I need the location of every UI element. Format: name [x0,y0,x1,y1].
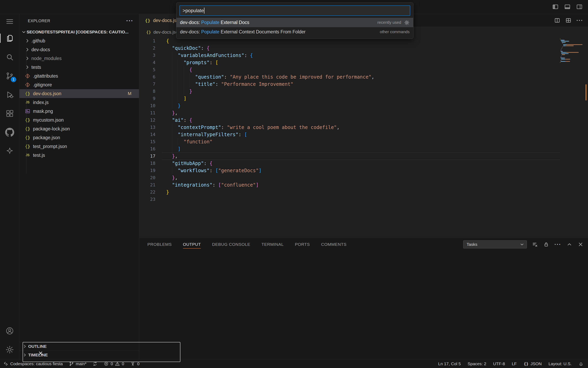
explorer-item-.gitattributes[interactable]: .gitattributes [19,72,139,80]
status-indentation[interactable]: Spaces: 2 [468,361,486,366]
explorer-root-folder[interactable]: SECONDTESTSPRITEAI [CODESPACES: CAUTIO..… [19,28,139,37]
close-panel-icon[interactable] [578,241,584,247]
indent-guide [172,66,172,74]
code-line-18[interactable]: "gitHubApp": { [162,160,560,167]
activity-bar-source-control-button[interactable]: 1 [0,66,19,85]
toggle-panel-icon[interactable] [564,3,571,10]
panel-tab-problems[interactable]: PROBLEMS [147,238,172,251]
outline-section-header[interactable]: OUTLINE [19,342,139,351]
status-encoding[interactable]: UTF-8 [493,361,505,366]
vscode-window: 1 EXPLORER ··· SECONDTESTSPRITEAI [CODES… [0,0,588,368]
status-keyboard-layout[interactable]: Layout: U.S. [548,361,572,366]
status-remote-indicator[interactable]: Codespaces: cautious fiesta [3,361,63,366]
palette-item-1[interactable]: dev-docs: Populate External Docsrecently… [176,18,413,27]
explorer-item-node-modules[interactable]: node_modules [19,54,139,63]
editor-layout-icon[interactable] [565,17,572,24]
code-line-5[interactable]: { [162,66,560,74]
git-file-icon [25,73,31,79]
activity-bar-github-button[interactable] [0,123,19,142]
activity-bar-extensions-button[interactable] [0,104,19,123]
code-line-22[interactable]: } [162,189,560,196]
panel-tab-debug-console[interactable]: DEBUG CONSOLE [212,238,250,251]
panel-tab-terminal[interactable]: TERMINAL [261,238,284,251]
maximize-panel-icon[interactable] [566,241,572,247]
file-label: test.js [33,153,45,158]
code-line-20[interactable]: }, [162,174,560,181]
panel-tab-output[interactable]: OUTPUT [183,238,201,251]
code-line-17[interactable]: }, [162,153,560,160]
activity-bar-accounts-button[interactable] [0,323,19,339]
minimap[interactable] [560,37,584,238]
line-number: 21 [139,181,162,189]
chevron-right-icon [22,352,28,358]
status-sync-button[interactable] [92,361,98,366]
code-line-7[interactable]: "title": "Performance Improvement" [162,81,560,88]
panel-tab-comments[interactable]: COMMENTS [321,238,346,251]
account-icon [5,326,14,335]
editor-more-actions-icon[interactable]: ··· [576,17,583,24]
activity-bar-settings-button[interactable] [0,342,19,358]
chevronRight-icon [25,47,30,52]
activity-bar-search-button[interactable] [0,48,19,66]
status-cursor-position[interactable]: Ln 17, Col 5 [438,361,461,366]
explorer-item-dev-docs[interactable]: dev-docs [19,45,139,54]
clear-output-icon[interactable] [532,241,538,247]
code-line-16[interactable]: ] [162,145,560,153]
status-ports-status[interactable]: 0 [130,361,140,366]
status-branch-status[interactable]: main* [69,361,87,366]
chevronRight-icon [25,38,30,44]
configure-keybinding-gear-icon[interactable] [404,20,410,25]
code-line-19[interactable]: "workflows": ["generateDocs"] [162,167,560,174]
code-line-12[interactable]: "ai": { [162,117,560,124]
code-line-21[interactable]: "integrations": ["confluence"] [162,181,560,189]
code-line-23[interactable] [162,196,560,203]
code-line-15[interactable]: "function" [162,138,560,145]
toggle-secondary-sidebar-icon[interactable] [576,3,583,10]
indent-guide [184,74,184,81]
chevron-down-icon [21,29,27,35]
explorer-item-mycustom.json[interactable]: {}mycustom.json [19,116,139,124]
line-number: 15 [139,138,162,145]
toggle-sidebar-icon[interactable] [552,3,559,10]
code-line-9[interactable]: ] [162,95,560,102]
explorer-item-package.json[interactable]: {}package.json [19,133,139,142]
output-channel-select[interactable]: Tasks [463,240,527,248]
editor-content[interactable]: { "quickDoc": { "variablesAndFunctions":… [162,37,560,238]
command-palette-input[interactable]: >populate [179,5,410,16]
status-notifications[interactable] [579,361,584,366]
code-line-11[interactable]: }, [162,109,560,117]
panel-tab-ports[interactable]: PORTS [295,238,310,251]
code-line-2[interactable]: "quickDoc": { [162,45,560,52]
explorer-item-package-lock.json[interactable]: {}package-lock.json [19,124,139,133]
status-eol[interactable]: LF [512,361,517,366]
explorer-item-test.js[interactable]: JStest.js [19,151,139,160]
code-line-4[interactable]: "prompts": [ [162,59,560,66]
activity-bar-extension-logo-button[interactable] [0,142,19,160]
file-label: package-lock.json [33,126,70,132]
explorer-item-dev-docs.json[interactable]: {}dev-docs.jsonM [19,89,139,98]
explorer-item-tests[interactable]: tests [19,63,139,72]
status-problems-status[interactable]: 00 [104,361,124,366]
explorer-item-.gitignore[interactable]: .gitignore [19,80,139,89]
sidebar-more-actions-icon[interactable]: ··· [126,19,133,23]
code-line-14[interactable]: "internalTypeFilters": [ [162,131,560,138]
code-line-10[interactable]: } [162,102,560,109]
menu-icon [5,17,14,26]
explorer-item-.github[interactable]: .github [19,37,139,45]
code-line-3[interactable]: "variablesAndFunctions": { [162,52,560,59]
code-line-13[interactable]: "contextPrompt": "write a cool poem abou… [162,124,560,131]
activity-bar-explorer-button[interactable] [0,29,19,48]
activity-bar-menu-button[interactable] [0,14,19,29]
code-line-6[interactable]: "question": "Any place this code be impr… [162,74,560,81]
explorer-item-index.js[interactable]: JSindex.js [19,98,139,107]
timeline-section-header[interactable]: TIMELINE [19,351,139,359]
code-line-8[interactable]: } [162,88,560,95]
panel-more-actions-icon[interactable]: ··· [554,241,561,248]
lock-scroll-icon[interactable] [543,241,549,247]
explorer-item-test-prompt.json[interactable]: {}test_prompt.json [19,142,139,151]
palette-item-2[interactable]: dev-docs: Populate External Context Docu… [176,27,413,37]
split-editor-icon[interactable] [554,17,560,24]
status-language-mode[interactable]: {}JSON [524,361,542,366]
activity-bar-run-and-debug-button[interactable] [0,85,19,104]
explorer-item-mask.png[interactable]: mask.png [19,107,139,116]
